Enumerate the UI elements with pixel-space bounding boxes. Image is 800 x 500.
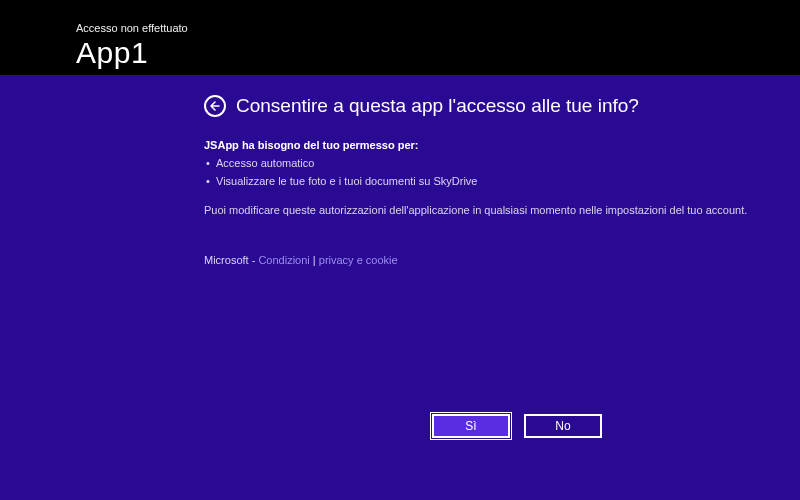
- dialog-title: Consentire a questa app l'accesso alle t…: [236, 95, 639, 117]
- permissions-lead: JSApp ha bisogno del tuo permesso per:: [204, 139, 770, 151]
- footer-sep: |: [310, 254, 319, 266]
- consent-panel: Consentire a questa app l'accesso alle t…: [0, 75, 800, 500]
- footer-brand: Microsoft: [204, 254, 249, 266]
- footer-links: Microsoft - Condizioni | privacy e cooki…: [204, 254, 770, 266]
- title-row: Consentire a questa app l'accesso alle t…: [204, 95, 770, 117]
- terms-link[interactable]: Condizioni: [258, 254, 309, 266]
- privacy-link[interactable]: privacy e cookie: [319, 254, 398, 266]
- permission-item: Accesso automatico: [204, 155, 770, 173]
- permission-item: Visualizzare le tue foto e i tuoi docume…: [204, 173, 770, 191]
- permissions-list: Accesso automatico Visualizzare le tue f…: [204, 155, 770, 190]
- back-icon[interactable]: [204, 95, 226, 117]
- footer-dash: -: [249, 254, 259, 266]
- yes-button[interactable]: Sì: [432, 414, 510, 438]
- login-status: Accesso non effettuato: [76, 22, 800, 34]
- permissions-note: Puoi modificare queste autorizzazioni de…: [204, 204, 770, 216]
- app-title: App1: [76, 36, 800, 70]
- no-button[interactable]: No: [524, 414, 602, 438]
- button-row: Sì No: [432, 414, 602, 438]
- app-header: Accesso non effettuato App1: [0, 0, 800, 75]
